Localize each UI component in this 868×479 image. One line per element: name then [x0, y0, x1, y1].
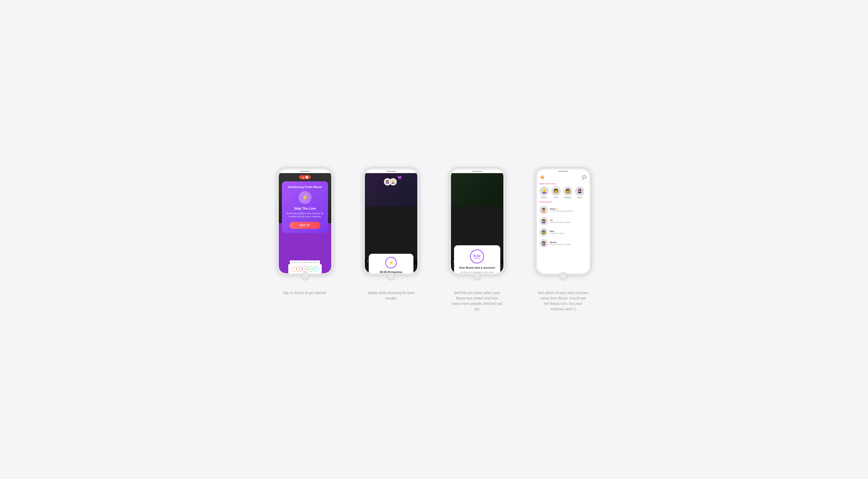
boost-indicator-david: ⚡ [556, 208, 558, 210]
phone1-profile-label: Founder at Creative Productions [290, 260, 320, 264]
caption-4: See which of your new matches came from … [537, 290, 589, 312]
speaker-3 [472, 171, 482, 172]
boost-heading: Skip The Line [294, 206, 316, 210]
phone-frame-2: 👩‍🦱 👱‍♀️ 💜 ⚡ 08:45 Remaining [363, 167, 420, 275]
nick-avatar: 🧔 [539, 228, 548, 236]
speaker-1 [300, 171, 310, 172]
home-btn-2[interactable] [387, 272, 395, 281]
nick-preview: Designer at Tinder [550, 232, 587, 234]
caption-1: Tap on Boost to get started. [283, 290, 327, 296]
speaker-2 [386, 171, 396, 172]
phone-wrapper-1: 🔥 Introducing Tinder Boost ⚡ Skip [277, 167, 333, 283]
phone-frame-3: 8.5x VIEWS Your Boost was a success! You… [449, 167, 505, 275]
phone2-background: 👩‍🦱 👱‍♀️ 💜 ⚡ 08:45 Remaining [365, 173, 417, 273]
phone-wrapper-3: 8.5x VIEWS Your Boost was a success! You… [449, 167, 505, 283]
messages-section: MESSAGES 🧑‍🦱 David ⚡ [537, 199, 589, 273]
match-brittany[interactable]: 👱‍♀️ Brittany [539, 187, 549, 198]
phone-content-4: 🔥 💬 NEW MATCHES 👱‍♀️ Brittany [537, 173, 589, 273]
rachel-content: Rachel Product Manager at Tinder [550, 241, 587, 245]
phone-inner-2: 👩‍🦱 👱‍♀️ 💜 ⚡ 08:45 Remaining [365, 169, 417, 273]
profile-label-1: Founder at Creative Productions [292, 261, 318, 263]
matches-row: 👱‍♀️ Brittany 🧑 Erica 👩 [539, 187, 587, 198]
brittany-name: Brittany [541, 196, 547, 198]
phone1-background: 🔥 Introducing Tinder Boost ⚡ Skip [279, 173, 331, 273]
david-avatar: 🧑‍🦱 [539, 206, 548, 214]
status-bar-1 [279, 169, 331, 173]
views-label: VIEWS [474, 258, 480, 259]
views-circle: 8.5x VIEWS [470, 249, 484, 263]
dark-profile-bg-3 [451, 173, 503, 206]
heart-icon-2: 💜 [398, 176, 402, 180]
like-btn-1[interactable]: ♥ [308, 266, 313, 272]
success-title: Your Boost was a success! [459, 266, 495, 269]
brittany-avatar: 👱‍♀️ [539, 187, 549, 196]
phone-inner-3: 8.5x VIEWS Your Boost was a success! You… [451, 169, 503, 273]
boost-btn-1[interactable]: ⚡ [302, 266, 308, 272]
liz-name: Liz [550, 219, 587, 221]
boost-timer-card: ⚡ 08:45 Remaining You're being seen by m… [369, 254, 413, 273]
phone1-nav: 🔥 [279, 173, 331, 181]
profile-avatars-2: 👩‍🦱 👱‍♀️ [385, 178, 397, 186]
boost-icon-circle: ⚡ [299, 191, 311, 204]
new-matches-label: NEW MATCHES [539, 183, 587, 185]
message-liz[interactable]: 👩‍🦱 Liz Product Manager at Tinder [539, 216, 587, 227]
phone3-background: 8.5x VIEWS Your Boost was a success! You… [451, 173, 503, 273]
phone-inner-1: 🔥 Introducing Tinder Boost ⚡ Skip [279, 169, 331, 273]
liz-content: Liz Product Manager at Tinder [550, 219, 587, 223]
rewind-btn-1[interactable]: ↺ [291, 266, 297, 272]
phone-content-1: 🔥 Introducing Tinder Boost ⚡ Skip [279, 173, 331, 273]
status-bar-3 [451, 169, 503, 173]
match-erica[interactable]: 🧑 Erica [551, 187, 561, 198]
message-rachel[interactable]: 👩‍🦱 Rachel Product Manager at Tinder [539, 238, 587, 249]
phone-content-3: 8.5x VIEWS Your Boost was a success! You… [451, 173, 503, 273]
match-kayleigh[interactable]: 👩 Kayleigh [563, 187, 572, 198]
phone-section-2: 👩‍🦱 👱‍♀️ 💜 ⚡ 08:45 Remaining [353, 167, 429, 301]
got-it-button[interactable]: GOT IT! [289, 222, 320, 229]
bolt-icon: ⚡ [302, 194, 308, 201]
kayleigh-name: Kayleigh [564, 196, 571, 198]
super-like-btn-1[interactable]: ★ [313, 266, 319, 272]
speaker-4 [558, 171, 568, 172]
timer-icon: ⚡ [385, 257, 397, 268]
phone-section-3: 8.5x VIEWS Your Boost was a success! You… [439, 167, 515, 312]
rachel-name: Rachel [550, 241, 587, 244]
rachel-preview: Product Manager at Tinder [550, 244, 587, 245]
caption-3: We'll let you know when your Boost has e… [452, 290, 503, 312]
tinder-flame-logo: 🔥 [540, 175, 545, 179]
new-matches-section: NEW MATCHES 👱‍♀️ Brittany 🧑 Erica [537, 181, 589, 199]
phone-wrapper-2: 👩‍🦱 👱‍♀️ 💜 ⚡ 08:45 Remaining [363, 167, 420, 283]
boost-desc: Be the top profile in your area for 30 m… [286, 212, 324, 218]
avatar-match: 👱‍♀️ [390, 178, 397, 186]
claire-name: Claire [577, 196, 582, 198]
message-nick[interactable]: 🧔 Nick Designer at Tinder [539, 227, 587, 238]
home-btn-4[interactable] [559, 272, 567, 281]
matches-header: 🔥 💬 [537, 173, 589, 181]
kayleigh-avatar: 👩 [563, 187, 572, 196]
david-preview: ↩ I'll be flying to Italy tonight... [550, 210, 587, 212]
phone-frame-4: 🔥 💬 NEW MATCHES 👱‍♀️ Brittany [535, 167, 591, 275]
phone-frame-1: 🔥 Introducing Tinder Boost ⚡ Skip [277, 167, 333, 275]
claire-avatar: 🧕 [575, 187, 584, 196]
liz-preview: Product Manager at Tinder [550, 221, 587, 223]
erica-avatar: 🧑 [551, 187, 561, 196]
match-claire[interactable]: 🧕 Claire [575, 187, 584, 198]
home-btn-3[interactable] [473, 272, 481, 281]
dark-profile-bg-2: 👩‍🦱 👱‍♀️ 💜 [365, 173, 417, 206]
boost-success-card: 8.5x VIEWS Your Boost was a success! You… [454, 245, 500, 273]
flame-icon-1: 🔥 [302, 176, 305, 179]
david-content: David ⚡ ↩ I'll be flying to Italy tonigh… [550, 208, 587, 212]
home-btn-1[interactable] [301, 272, 309, 281]
nope-btn-1[interactable]: ✕ [297, 266, 302, 272]
page-container: 🔥 Introducing Tinder Boost ⚡ Skip [267, 167, 601, 312]
bolt-icon-2: ⚡ [388, 260, 394, 265]
views-number: 8.5x [473, 254, 480, 258]
boost-card-title: Introducing Tinder Boost [288, 186, 322, 189]
messages-icon: 💬 [582, 175, 586, 179]
status-bar-2 [365, 169, 417, 173]
matches-screen: 🔥 💬 NEW MATCHES 👱‍♀️ Brittany [537, 173, 589, 273]
tinder-toggle-1[interactable]: 🔥 [299, 175, 311, 179]
rachel-avatar: 👩‍🦱 [539, 239, 548, 247]
message-david[interactable]: 🧑‍🦱 David ⚡ ↩ I'll be flying to Italy to… [539, 205, 587, 216]
phone-content-2: 👩‍🦱 👱‍♀️ 💜 ⚡ 08:45 Remaining [365, 173, 417, 273]
boost-intro-card: Introducing Tinder Boost ⚡ Skip The Line… [282, 181, 328, 233]
